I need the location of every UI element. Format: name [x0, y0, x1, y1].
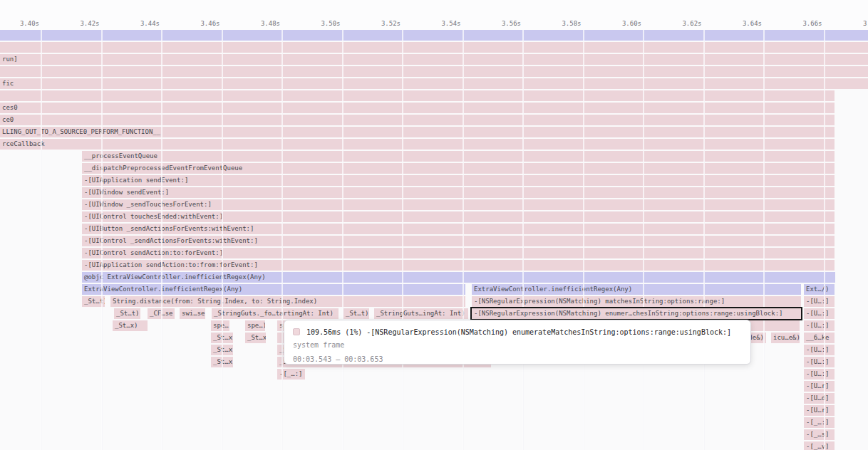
flame-bar[interactable]: -[UIControl _sendActionsForEvents:withEv… [82, 236, 835, 246]
grid-line-overlay [342, 30, 343, 450]
tooltip-symbol: -[NSRegularExpression(NSMatching) enumer… [366, 328, 731, 336]
grid-line-overlay [41, 30, 42, 450]
flame-bar[interactable]: rceCallback [0, 139, 835, 150]
flame-bar[interactable] [0, 42, 868, 53]
flame-bar[interactable]: -[_…s] [804, 429, 835, 440]
grid-line-overlay [463, 30, 464, 450]
flame-bar[interactable]: spe…)) [245, 320, 265, 331]
flame-bar[interactable]: -[UIApplication sendAction:to:from:forEv… [82, 260, 835, 271]
flame-bar[interactable]: ces0 [0, 103, 835, 113]
flame-bar[interactable]: -[U…:] [804, 369, 835, 380]
grid-line-overlay [522, 30, 524, 450]
flame-bar[interactable]: -[U…:] [804, 308, 835, 319]
flame-bar[interactable]: @objc ExtraViewController.inefficientReg… [82, 272, 835, 283]
flame-bar[interactable]: -[U…:] [804, 296, 835, 307]
tooltip-duration: 109.56ms (1%) [306, 328, 362, 336]
selected-flame-bar[interactable]: -[NSRegularExpression(NSMatching) enumer… [472, 308, 801, 319]
grid-line-overlay [101, 30, 103, 450]
flame-bar[interactable]: _St…x) [245, 333, 266, 343]
grid-line-overlay [643, 30, 644, 450]
flame-bar[interactable]: -[_…:] [804, 417, 835, 428]
flame-bar[interactable] [0, 30, 868, 41]
flame-bar[interactable]: String.distance(from: String.Index, to: … [110, 296, 465, 307]
flame-bar[interactable]: ExtraViewController.inefficientRegex(Any… [82, 284, 465, 295]
grid-line-overlay [583, 30, 584, 450]
instruments-flame-graph: 3.40s3.42s3.44s3.46s3.48s3.50s3.52s3.54s… [0, 0, 868, 450]
flame-bar[interactable]: -[UIControl touchesEnded:withEvent:] [82, 211, 835, 222]
frame-tooltip: 109.56ms (1%)-[NSRegularExpression(NSMat… [284, 320, 751, 365]
flame-bar[interactable] [0, 90, 835, 101]
tooltip-time-range: 00:03.543 — 00:03.653 [293, 352, 742, 367]
grid-line-overlay [402, 30, 403, 450]
flame-bar[interactable]: -[UIButton _sendActionsForEvents:withEve… [82, 224, 835, 234]
flame-bar[interactable]: swi…se [180, 308, 205, 319]
flame-bar[interactable]: -[U…r] [804, 405, 835, 416]
flame-bar[interactable]: run] [0, 54, 868, 65]
flame-bar[interactable] [0, 66, 868, 77]
flame-bar[interactable]: __6…ke [804, 333, 835, 343]
flame-bar[interactable]: icu…e&) [771, 333, 800, 343]
flame-bar[interactable]: -[UIWindow _sendTouchesForEvent:] [82, 199, 835, 210]
flame-bar[interactable]: -[U…:] [804, 357, 835, 367]
flame-bar[interactable]: __dispatchPreprocessedEventFromEventQueu… [82, 163, 835, 174]
flame-bar[interactable]: -[NSRegularExpression(NSMatching) matche… [472, 296, 801, 307]
flame-bar[interactable]: fic [0, 78, 868, 89]
grid-line-overlay [281, 30, 283, 450]
flame-bar[interactable]: -[U…r] [804, 381, 835, 392]
flame-bar[interactable]: _St…t) [343, 308, 369, 319]
flame-bar[interactable]: LLING_OUT_TO_A_SOURCE0_PERFORM_FUNCTION_… [0, 127, 835, 137]
grid-line-overlay [763, 30, 765, 450]
flame-bar[interactable]: spe…)) [211, 320, 229, 331]
flame-bar[interactable]: -[U…:] [804, 320, 835, 331]
flame-bar[interactable]: -[U…d] [804, 393, 835, 404]
flame-bar[interactable]: -[UIApplication sendEvent:] [82, 175, 835, 186]
flame-bar[interactable]: _StringGuts…ingAt: Int) [374, 308, 468, 319]
flame-bar[interactable]: -[UIControl sendAction:to:forEvent:] [82, 248, 835, 258]
flame-bar[interactable]: _St…x) [113, 320, 148, 331]
grid-line-overlay [161, 30, 162, 450]
flame-bar[interactable]: __processEventQueue [82, 151, 835, 162]
flame-bar[interactable]: Ext…/) [804, 284, 835, 295]
flame-bar[interactable]: -[U…:] [804, 345, 835, 355]
grid-line-overlay [703, 30, 705, 450]
flame-chart: run]ficces0ce0LLING_OUT_TO_A_SOURCE0_PER… [0, 0, 868, 450]
grid-line-overlay [824, 30, 825, 450]
flame-bar[interactable]: -[UIWindow sendEvent:] [82, 187, 835, 198]
flame-bar[interactable]: _St…t) [114, 308, 140, 319]
flame-bar[interactable]: ce0 [0, 115, 835, 125]
grid-line-overlay [222, 30, 223, 450]
tooltip-description: system frame [293, 338, 742, 352]
flame-bar[interactable]: -[_…v] [804, 441, 835, 450]
tooltip-color-swatch [293, 328, 300, 335]
flame-bar[interactable]: ExtraViewController.inefficientRegex(Any… [472, 284, 801, 295]
flame-bar[interactable]: _StringGuts._fo…tartingAt: Int) [212, 308, 339, 319]
